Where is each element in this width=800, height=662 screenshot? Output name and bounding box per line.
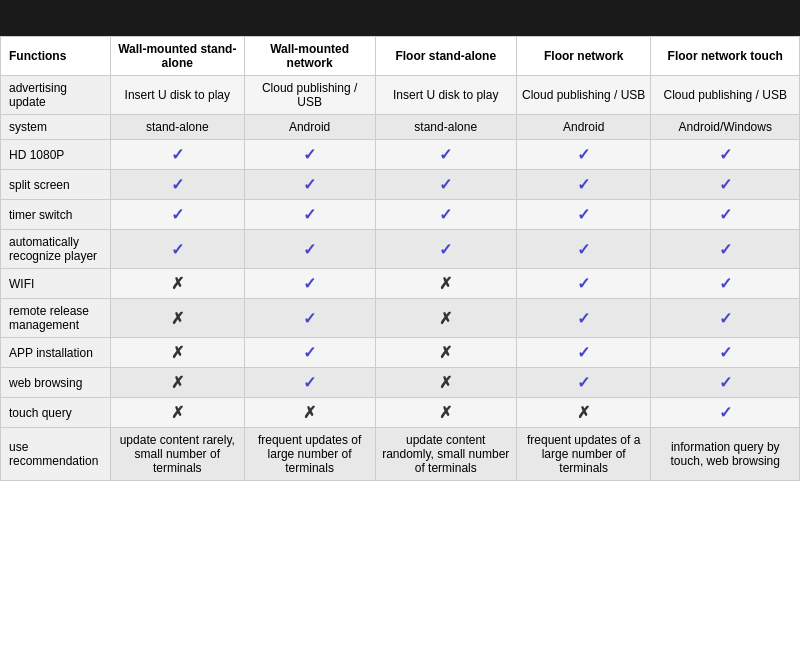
data-cell: ✓ (516, 200, 651, 230)
col-header-floor-network-touch: Floor network touch (651, 37, 800, 76)
data-cell: ✓ (651, 338, 800, 368)
data-cell: ✗ (111, 338, 245, 368)
data-cell: update content randomly, small number of… (375, 428, 516, 481)
table-row: WIFI✗✓✗✓✓ (1, 269, 800, 299)
check-icon: ✓ (439, 176, 452, 193)
feature-cell: timer switch (1, 200, 111, 230)
data-cell: Cloud publishing / USB (516, 76, 651, 115)
data-cell: ✗ (375, 299, 516, 338)
data-cell: ✗ (111, 368, 245, 398)
feature-cell: automatically recognize player (1, 230, 111, 269)
cross-icon: ✗ (439, 310, 452, 327)
check-icon: ✓ (439, 146, 452, 163)
check-icon: ✓ (303, 241, 316, 258)
col-header-wall-standalone: Wall-mounted stand-alone (111, 37, 245, 76)
data-cell: ✓ (651, 398, 800, 428)
check-icon: ✓ (303, 206, 316, 223)
data-cell: Insert U disk to play (111, 76, 245, 115)
cross-icon: ✗ (171, 404, 184, 421)
feature-cell: HD 1080P (1, 140, 111, 170)
check-icon: ✓ (577, 176, 590, 193)
data-cell: Cloud publishing / USB (651, 76, 800, 115)
data-cell: ✗ (375, 368, 516, 398)
check-icon: ✓ (719, 176, 732, 193)
data-cell: ✓ (244, 368, 375, 398)
check-icon: ✓ (171, 146, 184, 163)
data-cell: ✓ (651, 200, 800, 230)
data-cell: ✓ (651, 368, 800, 398)
check-icon: ✓ (719, 374, 732, 391)
data-cell: frequent updates of a large number of te… (516, 428, 651, 481)
data-cell: Android/Windows (651, 115, 800, 140)
data-cell: update content rarely, small number of t… (111, 428, 245, 481)
table-row: APP installation✗✓✗✓✓ (1, 338, 800, 368)
check-icon: ✓ (171, 206, 184, 223)
check-icon: ✓ (719, 206, 732, 223)
header (0, 0, 800, 36)
data-cell: ✓ (516, 230, 651, 269)
table-row: automatically recognize player✓✓✓✓✓ (1, 230, 800, 269)
data-cell: ✗ (516, 398, 651, 428)
check-icon: ✓ (719, 241, 732, 258)
cross-icon: ✗ (171, 374, 184, 391)
data-cell: ✓ (244, 230, 375, 269)
data-cell: ✓ (516, 338, 651, 368)
data-cell: ✓ (244, 269, 375, 299)
data-cell: ✓ (651, 140, 800, 170)
data-cell: frequent updates of large number of term… (244, 428, 375, 481)
data-cell: ✗ (375, 338, 516, 368)
check-icon: ✓ (719, 275, 732, 292)
col-header-wall-network: Wall-mounted network (244, 37, 375, 76)
check-icon: ✓ (577, 146, 590, 163)
table-row: remote release management✗✓✗✓✓ (1, 299, 800, 338)
data-cell: ✓ (516, 140, 651, 170)
data-cell: ✓ (244, 140, 375, 170)
check-icon: ✓ (171, 241, 184, 258)
table-row: timer switch✓✓✓✓✓ (1, 200, 800, 230)
data-cell: ✓ (375, 230, 516, 269)
cross-icon: ✗ (171, 275, 184, 292)
data-cell: stand-alone (375, 115, 516, 140)
check-icon: ✓ (303, 310, 316, 327)
data-cell: ✗ (111, 269, 245, 299)
data-cell: ✓ (651, 230, 800, 269)
check-icon: ✓ (577, 374, 590, 391)
data-cell: ✓ (516, 170, 651, 200)
check-icon: ✓ (303, 275, 316, 292)
cross-icon: ✗ (577, 404, 590, 421)
data-cell: Android (244, 115, 375, 140)
check-icon: ✓ (577, 310, 590, 327)
data-cell: ✓ (111, 140, 245, 170)
check-icon: ✓ (719, 404, 732, 421)
col-header-functions: Functions (1, 37, 111, 76)
data-cell: ✓ (516, 269, 651, 299)
feature-cell: WIFI (1, 269, 111, 299)
cross-icon: ✗ (303, 404, 316, 421)
check-icon: ✓ (719, 344, 732, 361)
comparison-table: Functions Wall-mounted stand-alone Wall-… (0, 36, 800, 481)
check-icon: ✓ (303, 146, 316, 163)
table-row: split screen✓✓✓✓✓ (1, 170, 800, 200)
check-icon: ✓ (439, 241, 452, 258)
table-row: systemstand-aloneAndroidstand-aloneAndro… (1, 115, 800, 140)
data-cell: information query by touch, web browsing (651, 428, 800, 481)
table-row: use recommendationupdate content rarely,… (1, 428, 800, 481)
feature-cell: system (1, 115, 111, 140)
table-header-row: Functions Wall-mounted stand-alone Wall-… (1, 37, 800, 76)
data-cell: Cloud publishing / USB (244, 76, 375, 115)
feature-cell: APP installation (1, 338, 111, 368)
data-cell: ✗ (111, 398, 245, 428)
cross-icon: ✗ (439, 275, 452, 292)
data-cell: Android (516, 115, 651, 140)
data-cell: ✓ (516, 368, 651, 398)
data-cell: ✓ (516, 299, 651, 338)
cross-icon: ✗ (171, 310, 184, 327)
data-cell: ✓ (244, 299, 375, 338)
data-cell: Insert U disk to play (375, 76, 516, 115)
data-cell: ✓ (375, 200, 516, 230)
check-icon: ✓ (577, 241, 590, 258)
data-cell: ✓ (375, 170, 516, 200)
data-cell: ✓ (375, 140, 516, 170)
data-cell: ✗ (244, 398, 375, 428)
cross-icon: ✗ (439, 344, 452, 361)
